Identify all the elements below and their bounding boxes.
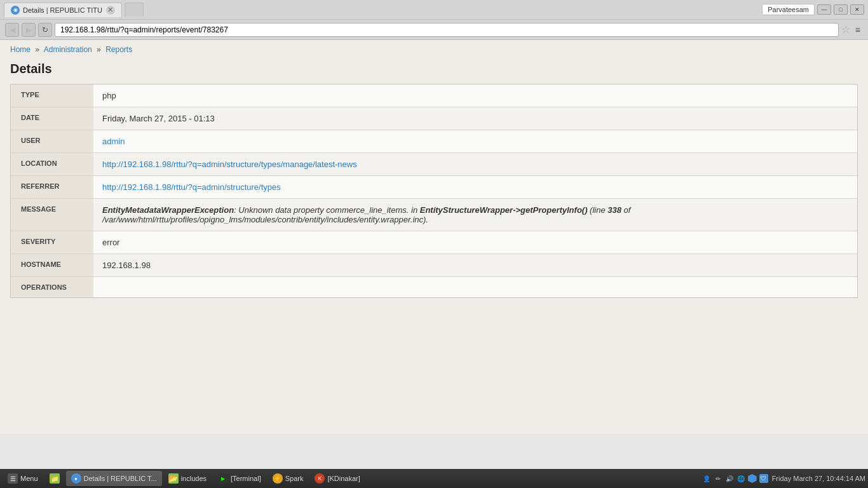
row-value: php — [93, 85, 857, 107]
message-segment: (line — [588, 205, 608, 215]
detail-table-wrapper: TYPEphpDATEFriday, March 27, 2015 - 01:1… — [10, 84, 858, 298]
row-label: HOSTNAME — [11, 254, 93, 277]
row-label: DATE — [11, 107, 93, 130]
titlebar-right: Parvateesam — □ ✕ — [762, 4, 864, 15]
message-segment: 338 — [607, 205, 621, 215]
row-link[interactable]: admin — [102, 137, 125, 146]
table-row: TYPEphp — [11, 85, 857, 107]
row-label: USER — [11, 130, 93, 153]
table-row: HOSTNAME192.168.1.98 — [11, 254, 857, 277]
message-segment: EntityStructureWrapper->getPropertyInfo(… — [420, 205, 588, 215]
row-value: Friday, March 27, 2015 - 01:13 — [93, 107, 857, 130]
back-button[interactable]: ◀ — [5, 23, 19, 37]
user-badge: Parvateesam — [762, 4, 815, 15]
row-value: EntityMetadataWrapperException: Unknown … — [93, 199, 857, 231]
row-value: error — [93, 231, 857, 254]
table-row: SEVERITYerror — [11, 231, 857, 254]
row-value — [93, 277, 857, 298]
table-row: MESSAGEEntityMetadataWrapperException: U… — [11, 199, 857, 231]
row-link[interactable]: http://192.168.1.98/rttu/?q=admin/struct… — [102, 182, 281, 192]
browser-titlebar: Details | REPUBLIC TITU ✕ Parvateesam — … — [0, 0, 868, 19]
row-value: 192.168.1.98 — [93, 254, 857, 277]
address-bar[interactable] — [55, 23, 839, 37]
breadcrumb: Home » Administration » Reports — [0, 40, 868, 59]
breadcrumb-home[interactable]: Home — [10, 45, 31, 54]
row-value[interactable]: http://192.168.1.98/rttu/?q=admin/struct… — [93, 176, 857, 199]
tab-favicon-icon — [11, 6, 20, 15]
table-row: DATEFriday, March 27, 2015 - 01:13 — [11, 107, 857, 130]
breadcrumb-admin[interactable]: Administration — [44, 45, 92, 54]
reload-button[interactable]: ↻ — [38, 23, 52, 37]
breadcrumb-reports[interactable]: Reports — [105, 45, 132, 54]
row-label: OPERATIONS — [11, 277, 93, 298]
page-title-bar: Details — [0, 59, 868, 84]
forward-button[interactable]: ▶ — [22, 23, 36, 37]
new-tab-button[interactable] — [125, 3, 144, 17]
browser-menu-icon[interactable]: ≡ — [853, 25, 863, 35]
browser-addressbar: ◀ ▶ ↻ ☆ ≡ — [0, 19, 868, 39]
row-label: MESSAGE — [11, 199, 93, 231]
maximize-button[interactable]: □ — [834, 4, 848, 15]
page-title: Details — [10, 62, 858, 76]
breadcrumb-sep-1: » — [35, 45, 39, 54]
minimize-button[interactable]: — — [817, 4, 831, 15]
table-row: LOCATIONhttp://192.168.1.98/rttu/?q=admi… — [11, 153, 857, 176]
table-row: REFERRERhttp://192.168.1.98/rttu/?q=admi… — [11, 176, 857, 199]
row-label: REFERRER — [11, 176, 93, 199]
detail-table: TYPEphpDATEFriday, March 27, 2015 - 01:1… — [11, 85, 857, 297]
table-row: OPERATIONS — [11, 277, 857, 298]
close-button[interactable]: ✕ — [850, 4, 864, 15]
row-link[interactable]: http://192.168.1.98/rttu/?q=admin/struct… — [102, 159, 357, 169]
bookmark-icon[interactable]: ☆ — [841, 24, 850, 36]
tab-label: Details | REPUBLIC TITU — [23, 6, 102, 14]
row-value[interactable]: http://192.168.1.98/rttu/?q=admin/struct… — [93, 153, 857, 176]
tab-close-button[interactable]: ✕ — [106, 6, 115, 15]
breadcrumb-sep-2: » — [97, 45, 101, 54]
row-label: TYPE — [11, 85, 93, 107]
row-label: SEVERITY — [11, 231, 93, 254]
row-value[interactable]: admin — [93, 130, 857, 153]
page-content: Home » Administration » Reports Details … — [0, 40, 868, 434]
message-segment: EntityMetadataWrapperException — [102, 205, 234, 215]
table-row: USERadmin — [11, 130, 857, 153]
browser-chrome: Details | REPUBLIC TITU ✕ Parvateesam — … — [0, 0, 868, 40]
browser-tab[interactable]: Details | REPUBLIC TITU ✕ — [4, 3, 122, 17]
row-label: LOCATION — [11, 153, 93, 176]
message-segment: : Unknown data property commerce_line_it… — [234, 205, 420, 215]
